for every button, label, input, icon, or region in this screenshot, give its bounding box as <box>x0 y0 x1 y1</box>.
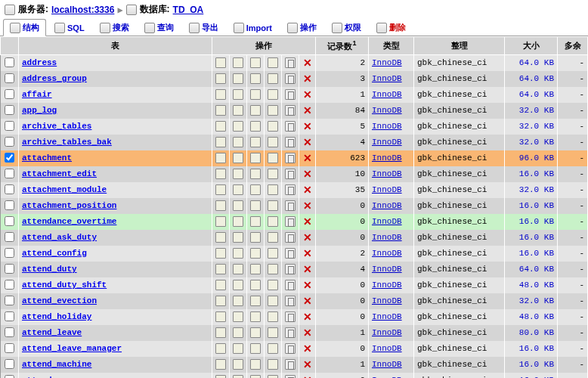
row-checkbox[interactable] <box>5 57 14 67</box>
row-checkbox[interactable] <box>5 296 14 305</box>
drop-icon[interactable]: ✕ <box>303 168 312 180</box>
insert-icon[interactable] <box>268 153 278 163</box>
drop-icon[interactable]: ✕ <box>303 247 312 259</box>
row-checkbox[interactable] <box>5 169 14 178</box>
structure-icon[interactable] <box>233 375 243 378</box>
search-icon[interactable] <box>250 359 261 370</box>
structure-icon[interactable] <box>233 121 243 132</box>
empty-icon[interactable] <box>285 73 296 84</box>
tab-import[interactable]: Import <box>227 19 279 36</box>
empty-icon[interactable] <box>285 375 296 378</box>
search-icon[interactable] <box>250 216 261 227</box>
header-size[interactable]: 大小 <box>505 37 558 55</box>
row-checkbox[interactable] <box>5 264 14 274</box>
header-type[interactable]: 类型 <box>369 37 414 55</box>
search-icon[interactable] <box>250 264 261 274</box>
header-overhead[interactable]: 多余 <box>558 37 588 55</box>
structure-icon[interactable] <box>233 216 243 227</box>
search-icon[interactable] <box>250 327 261 338</box>
empty-icon[interactable] <box>285 89 296 100</box>
row-checkbox[interactable] <box>5 153 14 163</box>
empty-icon[interactable] <box>285 311 296 322</box>
search-icon[interactable] <box>250 73 261 84</box>
browse-icon[interactable] <box>215 200 226 211</box>
database-link[interactable]: TD_OA <box>173 5 204 15</box>
empty-icon[interactable] <box>285 121 296 132</box>
row-checkbox[interactable] <box>5 121 14 131</box>
search-icon[interactable] <box>250 169 261 179</box>
empty-icon[interactable] <box>285 296 296 306</box>
structure-icon[interactable] <box>233 264 243 274</box>
structure-icon[interactable] <box>233 105 243 116</box>
search-icon[interactable] <box>250 121 261 132</box>
empty-icon[interactable] <box>285 169 296 179</box>
search-icon[interactable] <box>250 184 261 195</box>
insert-icon[interactable] <box>268 89 278 100</box>
insert-icon[interactable] <box>268 280 278 290</box>
empty-icon[interactable] <box>285 216 296 227</box>
row-checkbox[interactable] <box>5 137 14 147</box>
drop-icon[interactable]: ✕ <box>303 152 312 164</box>
insert-icon[interactable] <box>268 311 278 322</box>
structure-icon[interactable] <box>233 311 243 322</box>
row-checkbox[interactable] <box>5 375 14 378</box>
empty-icon[interactable] <box>285 200 296 211</box>
tab-删除[interactable]: 删除 <box>370 19 413 36</box>
structure-icon[interactable] <box>233 169 243 179</box>
row-checkbox[interactable] <box>5 200 14 210</box>
search-icon[interactable] <box>250 280 261 290</box>
browse-icon[interactable] <box>215 232 226 243</box>
insert-icon[interactable] <box>268 200 278 211</box>
tab-权限[interactable]: 权限 <box>325 19 368 36</box>
empty-icon[interactable] <box>285 105 296 116</box>
drop-icon[interactable]: ✕ <box>303 104 312 116</box>
row-checkbox[interactable] <box>5 184 14 194</box>
browse-icon[interactable] <box>215 248 226 259</box>
table-name-link[interactable]: attend_machine <box>22 360 91 369</box>
insert-icon[interactable] <box>268 248 278 259</box>
empty-icon[interactable] <box>285 264 296 274</box>
structure-icon[interactable] <box>233 153 243 163</box>
browse-icon[interactable] <box>215 137 226 147</box>
search-icon[interactable] <box>250 311 261 322</box>
drop-icon[interactable]: ✕ <box>303 295 312 307</box>
insert-icon[interactable] <box>268 359 278 370</box>
browse-icon[interactable] <box>215 89 226 100</box>
insert-icon[interactable] <box>268 296 278 306</box>
insert-icon[interactable] <box>268 73 278 84</box>
insert-icon[interactable] <box>268 105 278 116</box>
row-checkbox[interactable] <box>5 232 14 242</box>
drop-icon[interactable]: ✕ <box>303 263 312 275</box>
drop-icon[interactable]: ✕ <box>303 374 312 378</box>
drop-icon[interactable]: ✕ <box>303 120 312 132</box>
drop-icon[interactable]: ✕ <box>303 57 312 69</box>
table-name-link[interactable]: attend_ask_duty <box>22 233 97 242</box>
insert-icon[interactable] <box>268 232 278 243</box>
row-checkbox[interactable] <box>5 359 14 369</box>
row-checkbox[interactable] <box>5 248 14 258</box>
table-name-link[interactable]: attend_evection <box>22 296 97 305</box>
tab-导出[interactable]: 导出 <box>182 19 225 36</box>
browse-icon[interactable] <box>215 57 226 68</box>
row-checkbox[interactable] <box>5 280 14 290</box>
structure-icon[interactable] <box>233 73 243 84</box>
browse-icon[interactable] <box>215 169 226 179</box>
browse-icon[interactable] <box>215 327 226 338</box>
search-icon[interactable] <box>250 375 261 378</box>
structure-icon[interactable] <box>233 57 243 68</box>
empty-icon[interactable] <box>285 359 296 370</box>
table-name-link[interactable]: attendance_overtime <box>22 217 116 226</box>
insert-icon[interactable] <box>268 137 278 147</box>
structure-icon[interactable] <box>233 296 243 306</box>
browse-icon[interactable] <box>215 184 226 195</box>
browse-icon[interactable] <box>215 359 226 370</box>
browse-icon[interactable] <box>215 264 226 274</box>
search-icon[interactable] <box>250 343 261 354</box>
browse-icon[interactable] <box>215 311 226 322</box>
search-icon[interactable] <box>250 105 261 116</box>
drop-icon[interactable]: ✕ <box>303 88 312 101</box>
tab-操作[interactable]: 操作 <box>280 19 323 36</box>
structure-icon[interactable] <box>233 248 243 259</box>
browse-icon[interactable] <box>215 73 226 84</box>
search-icon[interactable] <box>250 296 261 306</box>
